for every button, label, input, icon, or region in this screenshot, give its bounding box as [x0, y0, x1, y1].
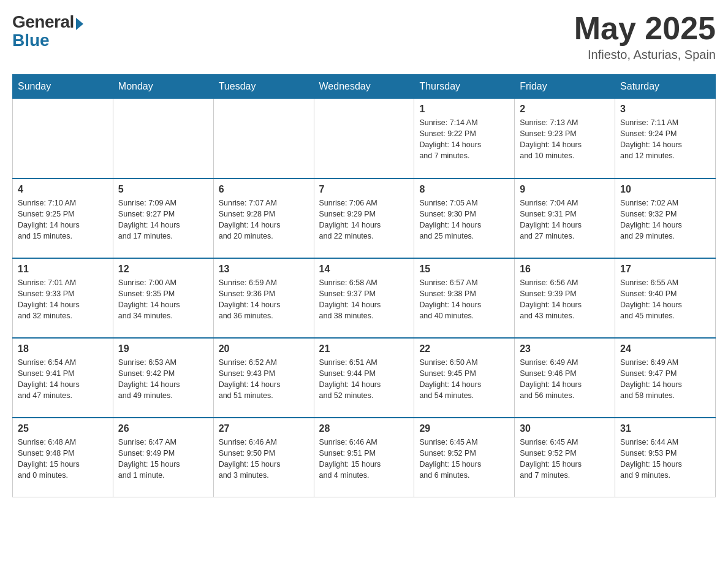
day-number: 5	[118, 184, 208, 195]
day-number: 14	[319, 264, 409, 275]
day-of-week-header: Wednesday	[314, 75, 414, 99]
day-info: Sunrise: 7:09 AMSunset: 9:27 PMDaylight:…	[118, 197, 208, 242]
calendar-day: 23Sunrise: 6:49 AMSunset: 9:46 PMDayligh…	[515, 338, 615, 418]
calendar-day: 13Sunrise: 6:59 AMSunset: 9:36 PMDayligh…	[213, 258, 314, 338]
day-number: 31	[620, 423, 710, 434]
calendar-body: 1Sunrise: 7:14 AMSunset: 9:22 PMDaylight…	[13, 99, 716, 497]
week-row: 25Sunrise: 6:48 AMSunset: 9:48 PMDayligh…	[13, 418, 716, 497]
day-info: Sunrise: 6:53 AMSunset: 9:42 PMDaylight:…	[118, 357, 208, 402]
day-info: Sunrise: 6:55 AMSunset: 9:40 PMDaylight:…	[620, 277, 710, 322]
calendar-header: SundayMondayTuesdayWednesdayThursdayFrid…	[13, 75, 716, 99]
calendar-day: 24Sunrise: 6:49 AMSunset: 9:47 PMDayligh…	[615, 338, 716, 418]
calendar-day	[314, 99, 414, 178]
calendar-table: SundayMondayTuesdayWednesdayThursdayFrid…	[12, 74, 716, 497]
day-info: Sunrise: 6:52 AMSunset: 9:43 PMDaylight:…	[219, 357, 309, 402]
calendar-day: 26Sunrise: 6:47 AMSunset: 9:49 PMDayligh…	[113, 418, 213, 497]
calendar-day: 25Sunrise: 6:48 AMSunset: 9:48 PMDayligh…	[13, 418, 113, 497]
logo-blue-text: Blue	[12, 31, 50, 50]
day-number: 15	[419, 264, 509, 275]
day-info: Sunrise: 7:10 AMSunset: 9:25 PMDaylight:…	[18, 197, 108, 242]
day-info: Sunrise: 6:46 AMSunset: 9:51 PMDaylight:…	[319, 437, 409, 481]
day-of-week-header: Tuesday	[213, 75, 314, 99]
title-area: May 2025 Infiesto, Asturias, Spain	[574, 12, 716, 62]
day-number: 17	[620, 264, 710, 275]
day-number: 30	[520, 423, 610, 434]
logo-general-text: General	[12, 12, 74, 32]
day-info: Sunrise: 6:48 AMSunset: 9:48 PMDaylight:…	[18, 437, 108, 481]
day-number: 10	[620, 184, 710, 195]
day-info: Sunrise: 7:02 AMSunset: 9:32 PMDaylight:…	[620, 197, 710, 242]
calendar-day: 5Sunrise: 7:09 AMSunset: 9:27 PMDaylight…	[113, 178, 213, 258]
day-number: 22	[419, 343, 509, 354]
calendar-day: 18Sunrise: 6:54 AMSunset: 9:41 PMDayligh…	[13, 338, 113, 418]
day-number: 13	[219, 264, 309, 275]
day-info: Sunrise: 6:56 AMSunset: 9:39 PMDaylight:…	[520, 277, 610, 322]
day-number: 16	[520, 264, 610, 275]
day-number: 27	[219, 423, 309, 434]
day-number: 3	[620, 104, 710, 115]
day-info: Sunrise: 7:14 AMSunset: 9:22 PMDaylight:…	[419, 117, 509, 162]
day-of-week-header: Thursday	[414, 75, 515, 99]
day-number: 8	[419, 184, 509, 195]
day-number: 25	[18, 423, 108, 434]
calendar-day: 31Sunrise: 6:44 AMSunset: 9:53 PMDayligh…	[615, 418, 716, 497]
days-of-week-row: SundayMondayTuesdayWednesdayThursdayFrid…	[13, 75, 716, 99]
calendar-day: 11Sunrise: 7:01 AMSunset: 9:33 PMDayligh…	[13, 258, 113, 338]
calendar-day: 7Sunrise: 7:06 AMSunset: 9:29 PMDaylight…	[314, 178, 414, 258]
day-info: Sunrise: 7:01 AMSunset: 9:33 PMDaylight:…	[18, 277, 108, 322]
location-subtitle: Infiesto, Asturias, Spain	[574, 48, 716, 62]
day-number: 12	[118, 264, 208, 275]
day-number: 29	[419, 423, 509, 434]
calendar-day	[113, 99, 213, 178]
week-row: 11Sunrise: 7:01 AMSunset: 9:33 PMDayligh…	[13, 258, 716, 338]
day-of-week-header: Saturday	[615, 75, 716, 99]
day-number: 24	[620, 343, 710, 354]
calendar-day: 19Sunrise: 6:53 AMSunset: 9:42 PMDayligh…	[113, 338, 213, 418]
day-number: 20	[219, 343, 309, 354]
day-info: Sunrise: 7:06 AMSunset: 9:29 PMDaylight:…	[319, 197, 409, 242]
day-info: Sunrise: 6:44 AMSunset: 9:53 PMDaylight:…	[620, 437, 710, 481]
day-info: Sunrise: 6:51 AMSunset: 9:44 PMDaylight:…	[319, 357, 409, 402]
calendar-day: 3Sunrise: 7:11 AMSunset: 9:24 PMDaylight…	[615, 99, 716, 178]
calendar-day: 20Sunrise: 6:52 AMSunset: 9:43 PMDayligh…	[213, 338, 314, 418]
day-number: 6	[219, 184, 309, 195]
day-info: Sunrise: 7:00 AMSunset: 9:35 PMDaylight:…	[118, 277, 208, 322]
day-of-week-header: Sunday	[13, 75, 113, 99]
day-info: Sunrise: 6:49 AMSunset: 9:47 PMDaylight:…	[620, 357, 710, 402]
calendar-day: 1Sunrise: 7:14 AMSunset: 9:22 PMDaylight…	[414, 99, 515, 178]
day-info: Sunrise: 7:05 AMSunset: 9:30 PMDaylight:…	[419, 197, 509, 242]
day-info: Sunrise: 6:47 AMSunset: 9:49 PMDaylight:…	[118, 437, 208, 481]
day-info: Sunrise: 7:13 AMSunset: 9:23 PMDaylight:…	[520, 117, 610, 162]
day-of-week-header: Monday	[113, 75, 213, 99]
day-number: 18	[18, 343, 108, 354]
calendar-day: 16Sunrise: 6:56 AMSunset: 9:39 PMDayligh…	[515, 258, 615, 338]
week-row: 4Sunrise: 7:10 AMSunset: 9:25 PMDaylight…	[13, 178, 716, 258]
day-info: Sunrise: 6:54 AMSunset: 9:41 PMDaylight:…	[18, 357, 108, 402]
calendar-day: 6Sunrise: 7:07 AMSunset: 9:28 PMDaylight…	[213, 178, 314, 258]
calendar-day: 30Sunrise: 6:45 AMSunset: 9:52 PMDayligh…	[515, 418, 615, 497]
day-number: 11	[18, 264, 108, 275]
calendar-day: 28Sunrise: 6:46 AMSunset: 9:51 PMDayligh…	[314, 418, 414, 497]
calendar-day: 22Sunrise: 6:50 AMSunset: 9:45 PMDayligh…	[414, 338, 515, 418]
day-number: 1	[419, 104, 509, 115]
day-info: Sunrise: 6:50 AMSunset: 9:45 PMDaylight:…	[419, 357, 509, 402]
day-info: Sunrise: 6:57 AMSunset: 9:38 PMDaylight:…	[419, 277, 509, 322]
day-number: 2	[520, 104, 610, 115]
calendar-day: 21Sunrise: 6:51 AMSunset: 9:44 PMDayligh…	[314, 338, 414, 418]
logo-arrow-icon	[76, 18, 83, 30]
day-number: 21	[319, 343, 409, 354]
day-info: Sunrise: 7:04 AMSunset: 9:31 PMDaylight:…	[520, 197, 610, 242]
page-header: General Blue May 2025 Infiesto, Asturias…	[12, 12, 716, 62]
day-info: Sunrise: 7:11 AMSunset: 9:24 PMDaylight:…	[620, 117, 710, 162]
day-number: 23	[520, 343, 610, 354]
day-info: Sunrise: 6:58 AMSunset: 9:37 PMDaylight:…	[319, 277, 409, 322]
calendar-day: 29Sunrise: 6:45 AMSunset: 9:52 PMDayligh…	[414, 418, 515, 497]
calendar-day: 27Sunrise: 6:46 AMSunset: 9:50 PMDayligh…	[213, 418, 314, 497]
day-info: Sunrise: 6:46 AMSunset: 9:50 PMDaylight:…	[219, 437, 309, 481]
day-info: Sunrise: 6:49 AMSunset: 9:46 PMDaylight:…	[520, 357, 610, 402]
calendar-day: 10Sunrise: 7:02 AMSunset: 9:32 PMDayligh…	[615, 178, 716, 258]
month-title: May 2025	[574, 12, 716, 44]
calendar-day: 9Sunrise: 7:04 AMSunset: 9:31 PMDaylight…	[515, 178, 615, 258]
calendar-day	[213, 99, 314, 178]
calendar-day: 4Sunrise: 7:10 AMSunset: 9:25 PMDaylight…	[13, 178, 113, 258]
